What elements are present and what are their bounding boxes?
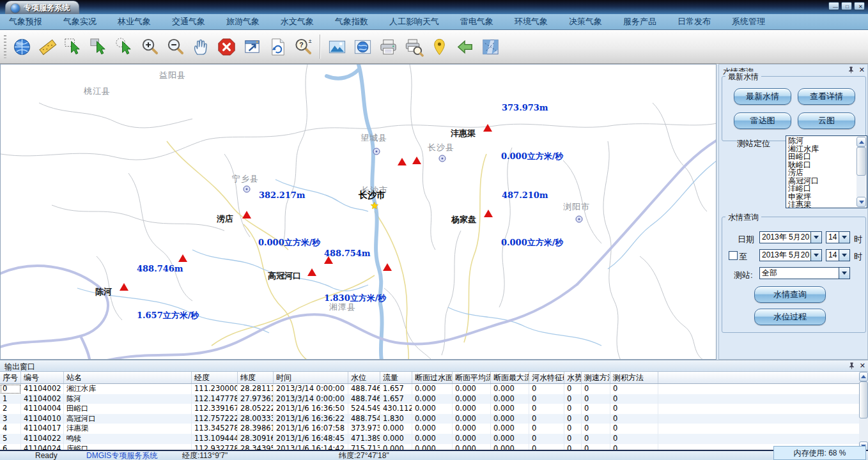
column-header[interactable]: 水位 [348,372,380,383]
table-scrollbar[interactable] [859,372,868,451]
station-list-item[interactable]: 陈河 [787,137,856,145]
select-circle-button[interactable] [111,33,137,60]
menu-item[interactable]: 雷电气象 [460,16,493,27]
toolbar-grip[interactable] [4,35,6,58]
column-header[interactable]: 测速方法 [582,372,610,383]
menu-item[interactable]: 人工影响天气 [389,16,439,27]
map-overview-button[interactable] [477,33,503,60]
water-level-process-button[interactable]: 水位过程 [754,309,826,325]
column-header[interactable]: 水势 [564,372,582,383]
date-from-combo[interactable]: 2013年 5月20日 [759,231,822,243]
column-header[interactable]: 编号 [21,372,64,383]
globe-button[interactable] [9,33,35,60]
close-button[interactable]: ✕ [854,2,865,10]
city-point-icon [244,186,251,193]
image-export-button[interactable] [324,33,350,60]
back-button[interactable] [452,33,477,60]
column-header[interactable]: 河水特征码 [529,372,564,383]
scroll-thumb[interactable] [856,147,866,176]
hour-to-combo[interactable]: 14 [826,249,850,261]
pin-icon[interactable] [848,66,855,73]
refresh-button[interactable] [265,33,290,60]
menu-item[interactable]: 气象实况 [63,16,97,27]
station-list-item[interactable]: 田峪口 [787,153,856,161]
column-header[interactable]: 纬度 [238,372,274,383]
chevron-down-icon[interactable] [810,250,821,261]
select-box-button[interactable] [86,33,111,60]
chevron-down-icon[interactable] [839,268,849,279]
map-viewport[interactable]: 益阳县桃江县望城县长沙县宁乡县长沙市浏阳市湘潭县沣惠渠长沙市涝店杨家盘高冠河口陈… [0,64,717,360]
stop-button[interactable] [213,33,239,60]
column-header[interactable]: 序号 [0,372,21,383]
minimize-button[interactable]: — [828,2,839,10]
chevron-down-icon[interactable] [839,250,849,261]
table-row[interactable]: 241104004田峪口112.33916728.0522222013/1/6 … [0,404,859,414]
station-combo[interactable]: 全部 [759,267,850,279]
menu-item[interactable]: 气象指数 [335,16,368,27]
station-listbox[interactable]: 陈河湘江水库田峪口耿峪口涝店高冠河口沣峪口申家坪沣惠渠 [786,135,867,208]
full-extent-button[interactable] [239,33,265,60]
table-row[interactable]: 141104002陈河112.14777827.9736112013/3/14 … [0,394,859,404]
table-row[interactable]: 441104017沣惠渠113.34527828.3986112013/1/6 … [0,424,859,434]
column-header[interactable]: 断面过水面 [412,372,453,383]
view-details-button[interactable]: 查看详情 [798,88,855,105]
cloud-image-button[interactable]: 云图 [798,112,855,129]
column-header[interactable]: 流量 [380,372,412,383]
close-icon[interactable]: ✕ [860,362,865,369]
placemark-button[interactable] [426,33,452,60]
scroll-thumb[interactable] [859,381,868,418]
select-feature-button[interactable] [60,33,86,60]
menu-item[interactable]: 旅游气象 [226,16,260,27]
scroll-down-button[interactable] [856,197,866,207]
zoom-in-button[interactable] [137,33,162,60]
menu-item[interactable]: 环境气象 [515,16,548,27]
column-header[interactable]: 测积方法 [610,372,658,383]
table-row[interactable]: 541104022鸣犊113.10944428.3091672013/1/6 1… [0,434,859,444]
column-header[interactable]: 断面平均流 [453,372,491,383]
pin-icon[interactable] [848,362,855,369]
world-view-button[interactable] [350,33,375,60]
toolbar [0,30,868,64]
table-cell: 41104010 [21,414,64,424]
menu-item[interactable]: 日常发布 [678,16,711,27]
column-header[interactable]: 断面最大流 [491,372,529,383]
latest-water-button[interactable]: 最新水情 [734,88,791,105]
table-row[interactable]: 341104010高冠河口112.75722228.0033332013/1/6… [0,414,859,424]
menu-item[interactable]: 系统管理 [732,16,765,27]
water-query-button[interactable]: 水情查询 [754,286,826,303]
close-icon[interactable]: ✕ [859,66,865,73]
table-row[interactable]: 041104002湘江水库111.23000028.2811112013/3/1… [0,384,859,394]
station-list-scrollbar[interactable] [856,137,866,207]
scroll-up-button[interactable] [859,372,868,381]
menu-item[interactable]: 林业气象 [118,16,151,27]
column-header[interactable]: 站名 [64,372,192,383]
hour-from-combo[interactable]: 14 [826,231,850,243]
map-measurement-label: 487.210m [502,190,548,200]
column-header[interactable]: 时间 [274,372,348,383]
station-list-item[interactable]: 涝店 [787,169,856,177]
scroll-up-button[interactable] [856,137,866,147]
chevron-down-icon[interactable] [810,232,821,243]
print-button[interactable] [375,33,401,60]
station-list-item[interactable]: 沣惠渠 [787,201,856,208]
pan-button[interactable] [188,33,213,60]
menu-item[interactable]: 水文气象 [281,16,314,27]
identify-button[interactable] [290,33,316,60]
column-header[interactable]: 经度 [192,372,238,383]
app-tab[interactable]: 专项服务系统 [5,1,79,15]
table-cell: 0 [529,394,564,404]
radar-chart-button[interactable]: 雷达图 [734,112,791,129]
maximize-button[interactable]: □ [841,2,852,10]
chevron-down-icon[interactable] [839,232,849,243]
menu-item[interactable]: 气象预报 [9,16,42,27]
zoom-out-button[interactable] [162,33,188,60]
to-date-checkbox[interactable] [729,251,738,260]
date-to-combo[interactable]: 2013年 5月20日 [759,249,822,261]
print-preview-button[interactable] [401,33,426,60]
menu-item[interactable]: 交通气象 [172,16,205,27]
water-query-group: 水情查询 日期 2013年 5月20日 14 时 至 2013年 5月20日 1… [722,217,866,333]
menu-item[interactable]: 决策气象 [569,16,602,27]
station-list-item[interactable]: 沣峪口 [787,185,856,193]
measure-button[interactable] [35,33,60,60]
menu-item[interactable]: 服务产品 [623,16,656,27]
